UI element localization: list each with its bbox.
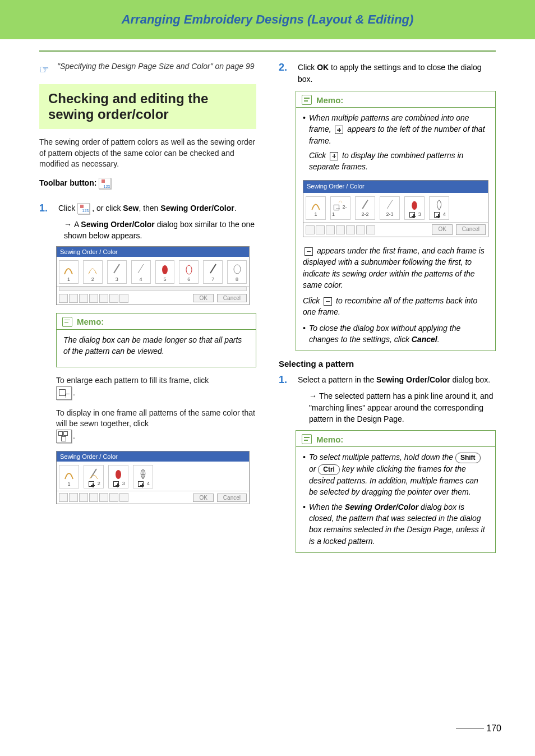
scrollbar	[59, 287, 247, 291]
toolbar-label-line: Toolbar button:	[39, 178, 256, 189]
cross-reference: ☞ "Specifying the Design Page Size and C…	[39, 62, 256, 76]
combine-text: To display in one frame all patterns of …	[56, 408, 256, 443]
ok-button: OK	[432, 224, 452, 235]
page-number: 170	[456, 723, 501, 734]
sewing-order-toolbar-icon	[99, 178, 111, 189]
step-3: 1. Select a pattern in the Sewing Order/…	[279, 374, 496, 386]
memo-title: Memo:	[316, 95, 343, 105]
arrow-icon: →	[64, 220, 74, 229]
toolbar-label: Toolbar button:	[39, 178, 96, 187]
step-2: 2. Click OK to apply the settings and to…	[279, 62, 496, 85]
step-number: 1.	[279, 374, 291, 386]
memo-text: The dialog box can be made longer so tha…	[63, 334, 249, 357]
memo-icon	[302, 95, 312, 105]
section-title: Checking and editing the sewing order/co…	[48, 91, 247, 122]
step-3-result: → The selected pattern has a pink line a…	[309, 390, 496, 425]
pointer-icon: ☞	[39, 63, 49, 76]
cancel-button: Cancel	[217, 294, 247, 302]
step-body: Click , or click Sew, then Sewing Order/…	[58, 202, 256, 214]
memo-icon	[62, 317, 72, 327]
header-title: Arranging Embroidery Designs (Layout & E…	[122, 12, 414, 26]
subheading: Selecting a pattern	[279, 359, 496, 368]
step-number: 2.	[279, 62, 291, 73]
left-column: ☞ "Specifying the Design Page Size and C…	[39, 62, 256, 561]
memo-box-1: Memo: The dialog box can be made longer …	[56, 313, 256, 368]
memo-icon	[302, 434, 312, 444]
memo-title: Memo:	[77, 317, 104, 326]
right-column: 2. Click OK to apply the settings and to…	[279, 62, 496, 561]
step-1-result: → A Sewing Order/Color dialog box simila…	[64, 219, 256, 242]
memo-box-2: Memo: • When multiple patterns are combi…	[296, 91, 496, 351]
shift-key: Shift	[455, 453, 481, 463]
step-number: 1.	[39, 202, 52, 214]
svg-point-4	[412, 201, 417, 210]
combine-frames-icon	[56, 430, 72, 443]
memo-box-3: Memo: • To select multiple patterns, hol…	[296, 430, 496, 553]
dialog-title: Sewing Order / Color	[57, 451, 249, 462]
svg-point-0	[162, 265, 168, 274]
cancel-button: Cancel	[456, 224, 486, 235]
dialog-title: Sewing Order / Color	[57, 247, 249, 257]
intro-text: The sewing order of pattern colors as we…	[39, 137, 256, 170]
step-body: Select a pattern in the Sewing Order/Col…	[298, 374, 496, 386]
svg-point-3	[116, 470, 121, 479]
minus-icon	[305, 247, 313, 256]
sewing-order-toolbar-icon	[77, 203, 90, 214]
ref-text: "Specifying the Design Page Size and Col…	[57, 62, 255, 71]
ok-button: OK	[193, 294, 213, 302]
sewing-order-dialog-screenshot-1: Sewing Order / Color 1 2 3 4 5 6 7 8 OKC…	[56, 246, 250, 305]
page-header: Arranging Embroidery Designs (Layout & E…	[0, 0, 535, 39]
enlarge-text: To enlarge each pattern to fill its fram…	[56, 375, 256, 400]
enlarge-frame-icon	[56, 386, 72, 400]
sewing-order-dialog-screenshot-3: Sewing Order / Color 1 2-1 2-2 2-3 3 4 O…	[303, 180, 488, 237]
svg-point-2	[234, 265, 241, 274]
section-header: Checking and editing the sewing order/co…	[39, 84, 256, 129]
plus-icon	[335, 126, 343, 134]
sewing-order-dialog-screenshot-2: Sewing Order / Color 1 2 3 4 OKCancel	[56, 451, 250, 504]
minus-icon	[324, 297, 332, 306]
ok-button: OK	[193, 494, 213, 502]
ctrl-key: Ctrl	[318, 464, 340, 475]
svg-point-1	[186, 265, 192, 274]
divider	[39, 50, 496, 52]
dialog-title: Sewing Order / Color	[303, 181, 488, 193]
cancel-button: Cancel	[217, 494, 247, 502]
plus-icon	[330, 152, 338, 160]
memo-title: Memo:	[316, 435, 343, 444]
arrow-icon: →	[309, 391, 319, 400]
step-body: Click OK to apply the settings and to cl…	[298, 62, 496, 85]
step-1: 1. Click , or click Sew, then Sewing Ord…	[39, 202, 256, 214]
